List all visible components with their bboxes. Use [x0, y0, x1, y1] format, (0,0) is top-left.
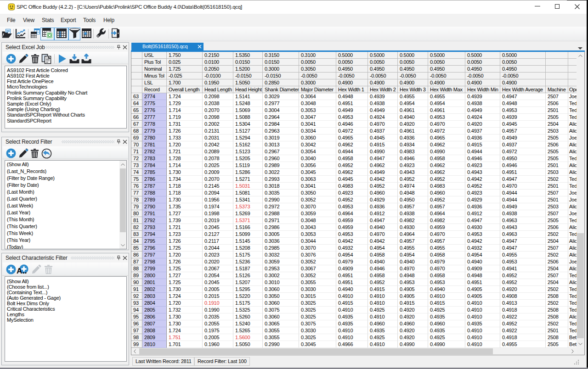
svg-text:A: A: [17, 267, 22, 275]
